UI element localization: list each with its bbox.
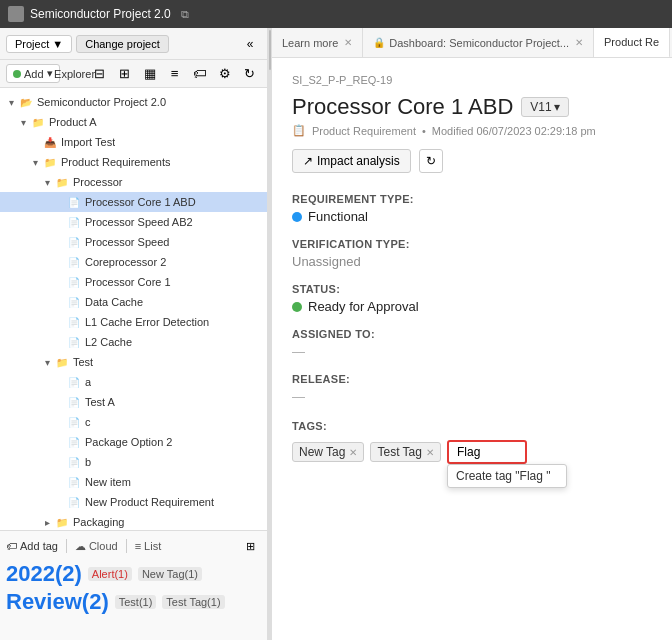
tree-item-packaging[interactable]: ▸📁Packaging (0, 512, 267, 530)
tree-item-new-item[interactable]: 📄New item (0, 472, 267, 492)
tree-item-product-a[interactable]: ▾📁Product A (0, 112, 267, 132)
tree-item-l1-cache[interactable]: 📄L1 Cache Error Detection (0, 312, 267, 332)
refresh-button[interactable]: ↻ (419, 149, 443, 173)
table-view-icon[interactable]: ⊞ (114, 63, 136, 85)
tab-close-icon2[interactable]: ✕ (575, 37, 583, 48)
doc-icon: 📄 (66, 194, 82, 210)
tag-badge[interactable]: New Tag(1) (138, 567, 202, 581)
title-bar: Semiconductor Project 2.0 ⧉ (0, 0, 672, 28)
tab-close-icon[interactable]: ✕ (344, 37, 352, 48)
tree-item-proc-speed-ab2[interactable]: 📄Processor Speed AB2 (0, 212, 267, 232)
doc-icon: 📄 (66, 214, 82, 230)
tree-item-test[interactable]: ▾📁Test (0, 352, 267, 372)
tree-item-data-cache[interactable]: 📄Data Cache (0, 292, 267, 312)
tab-product-req[interactable]: Product Re (594, 28, 670, 58)
doc-icon: 📄 (66, 474, 82, 490)
refresh-tree-icon[interactable]: ↻ (239, 63, 261, 85)
right-panel: Learn more ✕ 🔒 Dashboard: Semiconductor … (272, 28, 672, 640)
tree-item-label: Packaging (73, 516, 124, 528)
tree-item-label: a (85, 376, 91, 388)
tree-expand-icon[interactable]: ▾ (16, 115, 30, 129)
release-value: — (292, 389, 652, 404)
tree-expand-icon (52, 215, 66, 229)
tag-chip-test-tag: Test Tag ✕ (370, 442, 440, 462)
doc-icon: 📄 (66, 254, 82, 270)
tree-item-b[interactable]: 📄b (0, 452, 267, 472)
tree-expand-icon[interactable]: ▾ (4, 95, 18, 109)
tree-item-l2-cache[interactable]: 📄L2 Cache (0, 332, 267, 352)
tree-expand-icon[interactable]: ▾ (28, 155, 42, 169)
app-icon (8, 6, 24, 22)
tree-item-root[interactable]: ▾📂Semiconductor Project 2.0 (0, 92, 267, 112)
explorer-tab-button[interactable]: Explorer (64, 63, 86, 85)
collapse-button[interactable]: « (239, 33, 261, 55)
tag-settings-icon[interactable]: ⊞ (239, 535, 261, 557)
tag-chip-close-new-tag[interactable]: ✕ (349, 447, 357, 458)
tree-item-processor[interactable]: ▾📁Processor (0, 172, 267, 192)
status-value: Ready for Approval (292, 299, 652, 314)
tree-item-coreprocessor-2[interactable]: 📄Coreprocessor 2 (0, 252, 267, 272)
list-view-icon[interactable]: ≡ (164, 63, 186, 85)
action-bar: ↗ Impact analysis ↻ (292, 149, 652, 173)
filter-icon[interactable]: ⊟ (89, 63, 111, 85)
tree-item-new-product-req[interactable]: 📄New Product Requirement (0, 492, 267, 512)
tree-expand-icon (52, 235, 66, 249)
tag-year[interactable]: Review(2) (6, 589, 109, 615)
tree-item-c[interactable]: 📄c (0, 412, 267, 432)
tag-year[interactable]: 2022(2) (6, 561, 82, 587)
tree-item-label: Data Cache (85, 296, 143, 308)
doc-icon: 📄 (66, 374, 82, 390)
change-project-button[interactable]: Change project (76, 35, 169, 53)
doc-icon: 📄 (66, 414, 82, 430)
impact-analysis-button[interactable]: ↗ Impact analysis (292, 149, 411, 173)
status-section: STATUS: Ready for Approval (292, 283, 652, 314)
cloud-view-button[interactable]: ☁ Cloud (75, 540, 118, 553)
add-button[interactable]: Add ▾ (6, 64, 60, 83)
tree-item-a[interactable]: 📄a (0, 372, 267, 392)
tree-expand-icon[interactable]: ▾ (40, 175, 54, 189)
tab-dashboard[interactable]: 🔒 Dashboard: Semiconductor Project... ✕ (363, 28, 594, 58)
tree-expand-icon (52, 315, 66, 329)
tree-item-label: Processor Speed AB2 (85, 216, 193, 228)
tag-chip-new-tag: New Tag ✕ (292, 442, 364, 462)
tree-item-label: Processor (73, 176, 123, 188)
tree-item-label: Import Test (61, 136, 115, 148)
assigned-to-value: — (292, 344, 652, 359)
tab-learn-more[interactable]: Learn more ✕ (272, 28, 363, 58)
cloud-icon: ☁ (75, 540, 86, 553)
tree-item-import-test[interactable]: 📥Import Test (0, 132, 267, 152)
assigned-to-label: ASSIGNED TO: (292, 328, 652, 340)
tag-dropdown-option[interactable]: Create tag "Flag " (447, 464, 567, 488)
tag-input[interactable] (447, 440, 527, 464)
tag-chip-close-test-tag[interactable]: ✕ (426, 447, 434, 458)
add-tag-button[interactable]: 🏷 Add tag (6, 540, 58, 552)
tag-view-icon[interactable]: 🏷 (189, 63, 211, 85)
tag-row: Review(2)Test(1)Test Tag(1) (6, 589, 261, 615)
version-badge[interactable]: V11 ▾ (521, 97, 568, 117)
tree-item-proc-speed[interactable]: 📄Processor Speed (0, 232, 267, 252)
tree-item-label: b (85, 456, 91, 468)
tag-badge[interactable]: Alert(1) (88, 567, 132, 581)
doc-icon: 📄 (66, 234, 82, 250)
folder-icon: 📁 (42, 154, 58, 170)
tree-item-proc-core-1[interactable]: 📄Processor Core 1 (0, 272, 267, 292)
tag-badge[interactable]: Test Tag(1) (162, 595, 224, 609)
list-view-button[interactable]: ≡ List (135, 540, 162, 552)
tree-item-label: Product A (49, 116, 97, 128)
tree-item-test-a[interactable]: 📄Test A (0, 392, 267, 412)
tree-expand-icon: ▸ (40, 515, 54, 529)
card-view-icon[interactable]: ▦ (139, 63, 161, 85)
tree-item-label: c (85, 416, 91, 428)
tag-badge[interactable]: Test(1) (115, 595, 157, 609)
tree-item-proc-core-1-abd[interactable]: 📄Processor Core 1 ABD (0, 192, 267, 212)
req-type-icon: 📋 (292, 124, 306, 137)
lock-icon: 🔒 (373, 37, 385, 48)
req-type-label: REQUIREMENT TYPE: (292, 193, 652, 205)
tags-section: TAGS: New Tag ✕ Test Tag ✕ Create tag " (292, 420, 652, 464)
tree-expand-icon[interactable]: ▾ (40, 355, 54, 369)
project-menu[interactable]: Project ▼ (6, 35, 72, 53)
tree-item-product-reqs[interactable]: ▾📁Product Requirements (0, 152, 267, 172)
gear-icon[interactable]: ⚙ (214, 63, 236, 85)
add-tag-icon: 🏷 (6, 540, 17, 552)
tree-item-package-option-2[interactable]: 📄Package Option 2 (0, 432, 267, 452)
